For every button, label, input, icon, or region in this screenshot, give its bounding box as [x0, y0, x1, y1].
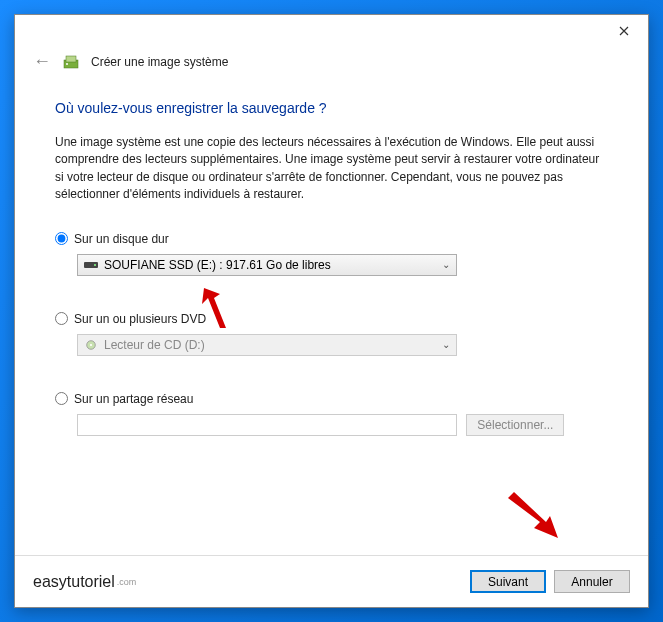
window-title: Créer une image système	[91, 55, 228, 69]
option-hard-disk: Sur un disque dur SOUFIANE SSD (E:) : 91…	[55, 232, 608, 276]
svg-point-2	[66, 63, 68, 65]
dvd-dropdown: Lecteur de CD (D:) ⌄	[77, 334, 457, 356]
radio-dvd[interactable]: Sur un ou plusieurs DVD	[55, 312, 608, 326]
option-dvd: Sur un ou plusieurs DVD Lecteur de CD (D…	[55, 312, 608, 356]
network-row: Sélectionner...	[55, 414, 608, 436]
watermark: easytutoriel	[33, 573, 136, 591]
radio-network-label: Sur un partage réseau	[74, 392, 193, 406]
next-button[interactable]: Suivant	[470, 570, 546, 593]
drive-icon	[84, 260, 98, 270]
close-icon	[619, 26, 629, 36]
dialog-window: ← Créer une image système Où voulez-vous…	[14, 14, 649, 608]
radio-network[interactable]: Sur un partage réseau	[55, 392, 608, 406]
titlebar	[15, 15, 648, 47]
svg-point-6	[90, 343, 92, 345]
cancel-button[interactable]: Annuler	[554, 570, 630, 593]
content-area: Où voulez-vous enregistrer la sauvegarde…	[15, 84, 648, 555]
browse-button: Sélectionner...	[466, 414, 564, 436]
radio-dvd-input[interactable]	[55, 312, 68, 325]
hard-disk-selected: SOUFIANE SSD (E:) : 917.61 Go de libres	[104, 258, 331, 272]
radio-network-input[interactable]	[55, 392, 68, 405]
radio-hard-disk-label: Sur un disque dur	[74, 232, 169, 246]
option-network: Sur un partage réseau Sélectionner...	[55, 392, 608, 436]
back-arrow-icon: ←	[33, 51, 51, 72]
dvd-selected: Lecteur de CD (D:)	[104, 338, 205, 352]
system-image-icon	[63, 54, 79, 70]
svg-point-4	[94, 264, 96, 266]
radio-hard-disk[interactable]: Sur un disque dur	[55, 232, 608, 246]
page-heading: Où voulez-vous enregistrer la sauvegarde…	[55, 100, 608, 116]
network-path-input[interactable]	[77, 414, 457, 436]
radio-dvd-label: Sur un ou plusieurs DVD	[74, 312, 206, 326]
description-text: Une image système est une copie des lect…	[55, 134, 608, 204]
cd-icon	[84, 340, 98, 350]
footer-buttons: Suivant Annuler	[470, 570, 630, 593]
hard-disk-dropdown[interactable]: SOUFIANE SSD (E:) : 917.61 Go de libres …	[77, 254, 457, 276]
header: ← Créer une image système	[15, 47, 648, 84]
radio-hard-disk-input[interactable]	[55, 232, 68, 245]
chevron-down-icon: ⌄	[442, 259, 450, 270]
chevron-down-icon: ⌄	[442, 339, 450, 350]
footer: easytutoriel Suivant Annuler	[15, 555, 648, 607]
close-button[interactable]	[608, 19, 640, 43]
svg-rect-1	[66, 56, 76, 62]
